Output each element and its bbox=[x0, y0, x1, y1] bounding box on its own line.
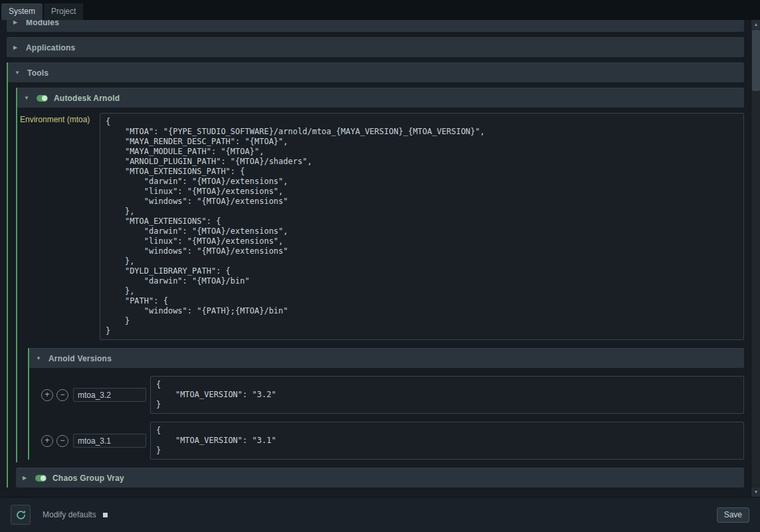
settings-column: ▶ Modules ▶ Applications ▼ Tools ▼ bbox=[7, 20, 744, 488]
environment-mtoa-label: Environment (mtoa) bbox=[20, 113, 100, 124]
chevron-down-icon: ▼ bbox=[24, 95, 31, 101]
settings-scroll-area: ▶ Modules ▶ Applications ▼ Tools ▼ bbox=[0, 20, 760, 497]
scrollbar[interactable]: ▲ ▼ bbox=[751, 20, 760, 497]
section-modules-title: Modules bbox=[26, 20, 59, 27]
section-tools[interactable]: ▼ Tools bbox=[8, 62, 744, 82]
section-tools-title: Tools bbox=[27, 68, 48, 78]
remove-version-button[interactable]: − bbox=[56, 435, 68, 447]
version-value-textarea[interactable]: { "MTOA_VERSION": "3.2" } bbox=[150, 376, 744, 414]
chevron-down-icon: ▼ bbox=[15, 70, 21, 76]
chevron-right-icon: ▶ bbox=[13, 20, 20, 25]
section-chaos-group-vray[interactable]: ▶ Chaos Group Vray bbox=[16, 468, 744, 488]
tab-system[interactable]: System bbox=[1, 3, 43, 20]
footer: Modify defaults Save bbox=[0, 497, 760, 532]
scrollbar-down-arrow-icon[interactable]: ▼ bbox=[751, 488, 760, 497]
arnold-group: ▼ Autodesk Arnold Environment (mtoa) { "… bbox=[16, 88, 744, 462]
save-button[interactable]: Save bbox=[717, 507, 749, 523]
section-modules[interactable]: ▶ Modules bbox=[7, 20, 744, 32]
version-value-textarea[interactable]: { "MTOA_VERSION": "3.1" } bbox=[150, 422, 744, 460]
scrollbar-thumb[interactable] bbox=[752, 30, 760, 91]
chevron-right-icon: ▶ bbox=[23, 475, 29, 481]
section-arnold-versions[interactable]: ▼ Arnold Versions bbox=[29, 348, 744, 368]
refresh-icon bbox=[15, 509, 27, 521]
arnold-versions-group: ▼ Arnold Versions + − { "MTOA_VERSION": … bbox=[28, 348, 744, 460]
remove-version-button[interactable]: − bbox=[56, 389, 68, 401]
tools-group: ▼ Tools ▼ Autodesk Arnold bbox=[7, 62, 744, 488]
vray-title: Chaos Group Vray bbox=[52, 474, 124, 483]
arnold-title: Autodesk Arnold bbox=[54, 94, 120, 103]
tab-bar: System Project bbox=[0, 0, 760, 20]
arnold-versions-title: Arnold Versions bbox=[48, 354, 112, 363]
chevron-right-icon: ▶ bbox=[13, 44, 20, 50]
chevron-down-icon: ▼ bbox=[36, 355, 43, 361]
environment-mtoa-textarea[interactable]: { "MTOA": "{PYPE_STUDIO_SOFTWARE}/arnold… bbox=[100, 113, 744, 340]
version-key-input[interactable] bbox=[73, 388, 146, 402]
add-version-button[interactable]: + bbox=[41, 389, 53, 401]
section-autodesk-arnold[interactable]: ▼ Autodesk Arnold bbox=[17, 88, 744, 108]
version-item: + − { "MTOA_VERSION": "3.2" } bbox=[41, 376, 744, 414]
version-key-input[interactable] bbox=[73, 434, 146, 448]
refresh-button[interactable] bbox=[11, 505, 31, 525]
environment-row: Environment (mtoa) { "MTOA": "{PYPE_STUD… bbox=[20, 113, 744, 340]
add-version-button[interactable]: + bbox=[41, 435, 53, 447]
section-applications[interactable]: ▶ Applications bbox=[7, 37, 744, 57]
vray-enabled-toggle[interactable] bbox=[35, 475, 47, 482]
scrollbar-up-arrow-icon[interactable]: ▲ bbox=[751, 20, 760, 29]
modify-defaults-label: Modify defaults bbox=[43, 510, 96, 519]
section-applications-title: Applications bbox=[26, 43, 75, 52]
settings-window: System Project ▶ Modules ▶ Applications … bbox=[0, 0, 760, 532]
tools-body: ▼ Autodesk Arnold Environment (mtoa) { "… bbox=[8, 88, 744, 488]
arnold-enabled-toggle[interactable] bbox=[37, 95, 48, 102]
toggle-knob bbox=[42, 96, 47, 101]
modify-defaults-checkbox[interactable] bbox=[103, 513, 108, 517]
arnold-body: Environment (mtoa) { "MTOA": "{PYPE_STUD… bbox=[17, 113, 744, 462]
version-item: + − { "MTOA_VERSION": "3.1" } bbox=[41, 422, 744, 460]
toggle-knob bbox=[41, 476, 46, 481]
tab-project[interactable]: Project bbox=[44, 3, 83, 20]
